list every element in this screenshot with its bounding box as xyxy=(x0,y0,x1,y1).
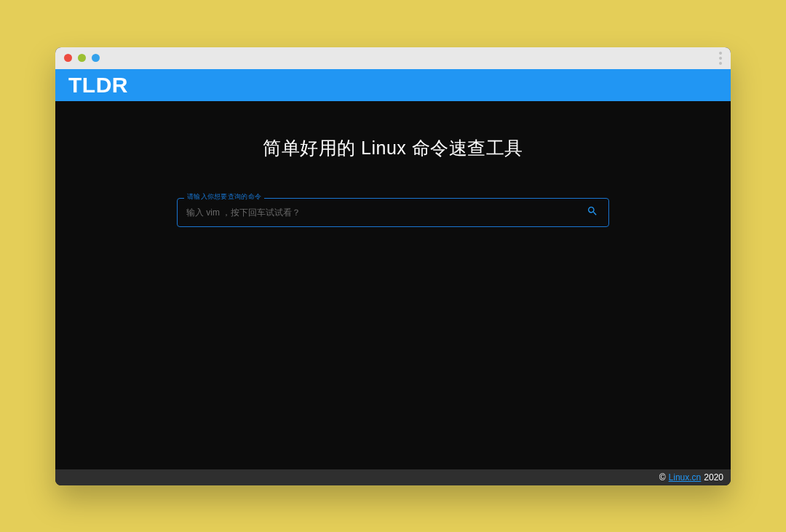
search-fieldset xyxy=(177,198,609,227)
app-footer: © Linux.cn 2020 xyxy=(55,469,731,485)
app-logo: TLDR xyxy=(68,73,128,98)
footer-year: 2020 xyxy=(704,472,723,483)
search-input[interactable] xyxy=(186,207,584,218)
search-icon xyxy=(587,205,598,219)
search-button[interactable] xyxy=(584,202,601,222)
browser-menu-button[interactable] xyxy=(719,52,722,65)
footer-copyright-symbol: © xyxy=(659,472,666,483)
close-window-button[interactable] xyxy=(64,54,72,62)
hero-title: 简单好用的 Linux 命令速查工具 xyxy=(263,136,523,160)
app-main: 简单好用的 Linux 命令速查工具 请输入你想要查询的命令 xyxy=(55,101,731,469)
footer-link[interactable]: Linux.cn xyxy=(669,472,702,483)
app-header: TLDR xyxy=(55,69,731,101)
search-wrapper: 请输入你想要查询的命令 xyxy=(177,198,609,227)
traffic-lights xyxy=(64,54,100,62)
browser-window: TLDR 简单好用的 Linux 命令速查工具 请输入你想要查询的命令 © Li… xyxy=(55,47,731,485)
browser-chrome xyxy=(55,47,731,69)
search-legend: 请输入你想要查询的命令 xyxy=(184,193,264,202)
minimize-window-button[interactable] xyxy=(78,54,86,62)
maximize-window-button[interactable] xyxy=(92,54,100,62)
